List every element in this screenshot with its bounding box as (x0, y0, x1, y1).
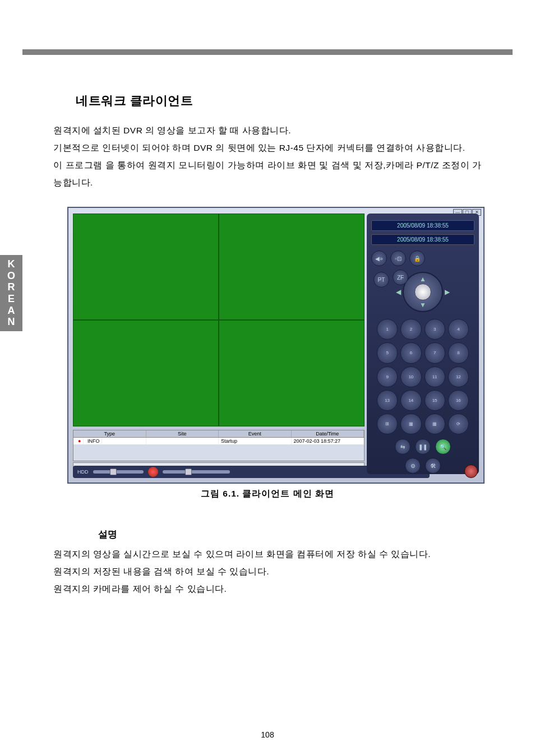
intro-line-1: 원격지에 설치된 DVR 의 영상을 보고자 할 때 사용합니다. (53, 122, 482, 139)
video-cell-4[interactable] (219, 320, 365, 426)
zf-mode-icon[interactable]: ZF (393, 270, 408, 285)
cam-1-button[interactable]: 1 (377, 319, 398, 340)
cam-4-button[interactable]: 4 (448, 319, 469, 340)
ptz-center[interactable] (414, 284, 431, 300)
bottom-controls: ⇆ ❚❚ 🔍 (371, 439, 474, 454)
page-header-band (0, 0, 535, 53)
volume-slider[interactable] (163, 470, 230, 474)
figure-caption: 그림 6.1. 클라이언트 메인 화면 (53, 488, 482, 500)
audio-icon[interactable]: ◀» (371, 251, 387, 266)
log-cell-site (146, 438, 219, 444)
video-cell-2[interactable] (219, 214, 365, 320)
bottom-controls-2: ⚙ 🛠 (371, 458, 474, 474)
info-bullet-icon: ● (76, 438, 84, 444)
intro-line-3: 이 프로그램 을 통하여 원격지 모니터링이 가능하며 라이브 화면 및 검색 … (53, 156, 482, 191)
cam-14-button[interactable]: 14 (400, 390, 421, 411)
pt-mode-icon[interactable]: PT (373, 272, 389, 287)
time-display-2: 2005/08/09 18:38:55 (371, 234, 474, 245)
ptz-pad: PT ZF ▲ ▼ ◀ ▶ (371, 272, 474, 312)
cam-9-button[interactable]: 9 (377, 367, 398, 387)
layout-2-button[interactable]: ▦ (400, 414, 421, 434)
time-display-1: 2005/08/09 18:38:55 (371, 220, 474, 231)
lock-icon[interactable]: 🔒 (409, 251, 425, 266)
settings-icon[interactable]: ⚙ (405, 458, 421, 474)
desc-line-1: 원격지의 영상을 실시간으로 보실 수 있으며 라이브 화면을 컴퓨터에 저장 … (53, 545, 482, 563)
log-col-datetime: Date/Time (292, 430, 365, 437)
page-content: 네트워크 클라이언트 원격지에 설치된 DVR 의 영상을 보고자 할 때 사용… (0, 53, 535, 597)
subheading-desc: 설명 (98, 528, 482, 541)
log-row-1: ● INFO Startup 2007-02-03 18:57:27 (73, 438, 364, 444)
event-log: Type Site Event Date/Time ● INFO Startup… (73, 430, 365, 461)
client-main-window: — ▢ ✕ Type Site Event Date/Time ● INFO (67, 207, 485, 484)
desc-line-3: 원격지의 카메라를 제어 하실 수 있습니다. (53, 580, 482, 597)
layout-1-button[interactable]: ⊞ (377, 414, 398, 434)
log-col-event: Event (219, 430, 292, 437)
cam-6-button[interactable]: 6 (400, 342, 421, 363)
cam-8-button[interactable]: 8 (448, 342, 469, 363)
log-col-type: Type (73, 430, 146, 437)
intro-line-2: 기본적으로 인터넷이 되어야 하며 DVR 의 뒷면에 있는 RJ-45 단자에… (53, 139, 482, 156)
desc-line-2: 원격지의 저장된 내용을 검색 하여 보실 수 있습니다. (53, 563, 482, 580)
log-cell-type: ● INFO (73, 438, 146, 444)
volume-slider-knob[interactable] (185, 469, 192, 475)
video-cell-3[interactable] (73, 320, 219, 426)
arrow-right-icon[interactable]: ▶ (445, 288, 450, 296)
cam-12-button[interactable]: 12 (448, 367, 469, 387)
layout-cycle-button[interactable]: ⟳ (448, 414, 469, 434)
record-indicator-icon[interactable] (148, 467, 158, 477)
log-cell-event: Startup (219, 438, 292, 444)
control-panel: 2005/08/09 18:38:55 2005/08/09 18:38:55 … (367, 214, 479, 474)
log-header-row: Type Site Event Date/Time (73, 430, 364, 438)
ctrl-row-1: ◀» ▫⊡ 🔒 (371, 251, 474, 266)
hdd-slider-knob[interactable] (110, 469, 117, 475)
camera-grid: 1 2 3 4 5 6 7 8 9 10 11 12 13 14 15 16 ⊞ (371, 318, 474, 435)
cam-15-button[interactable]: 15 (425, 390, 445, 411)
screenshot-figure: — ▢ ✕ Type Site Event Date/Time ● INFO (67, 207, 482, 484)
log-col-site: Site (146, 430, 219, 437)
cam-10-button[interactable]: 10 (400, 367, 421, 387)
connect-icon[interactable]: ⇆ (395, 439, 411, 454)
video-cell-1[interactable] (73, 214, 219, 320)
arrow-left-icon[interactable]: ◀ (396, 288, 401, 296)
search-icon[interactable]: 🔍 (435, 439, 451, 454)
cam-5-button[interactable]: 5 (377, 342, 398, 363)
cam-11-button[interactable]: 11 (425, 367, 445, 387)
snapshot-icon[interactable]: ▫⊡ (390, 251, 406, 266)
pause-icon[interactable]: ❚❚ (415, 439, 431, 454)
cam-7-button[interactable]: 7 (425, 342, 445, 363)
arrow-down-icon[interactable]: ▼ (419, 301, 426, 309)
cam-13-button[interactable]: 13 (377, 390, 398, 411)
hdd-label: HDD (77, 469, 89, 475)
power-icon[interactable] (464, 465, 478, 478)
page-number: 108 (0, 730, 535, 739)
cam-2-button[interactable]: 2 (400, 319, 421, 340)
cam-16-button[interactable]: 16 (448, 390, 469, 411)
page-title: 네트워크 클라이언트 (76, 92, 482, 109)
layout-3-button[interactable]: ▦ (425, 414, 445, 434)
video-grid (73, 214, 365, 426)
tools-icon[interactable]: 🛠 (425, 458, 441, 474)
hdd-slider[interactable] (93, 470, 144, 474)
log-cell-datetime: 2007-02-03 18:57:27 (292, 438, 365, 444)
arrow-up-icon[interactable]: ▲ (419, 275, 426, 283)
cam-3-button[interactable]: 3 (425, 319, 445, 340)
